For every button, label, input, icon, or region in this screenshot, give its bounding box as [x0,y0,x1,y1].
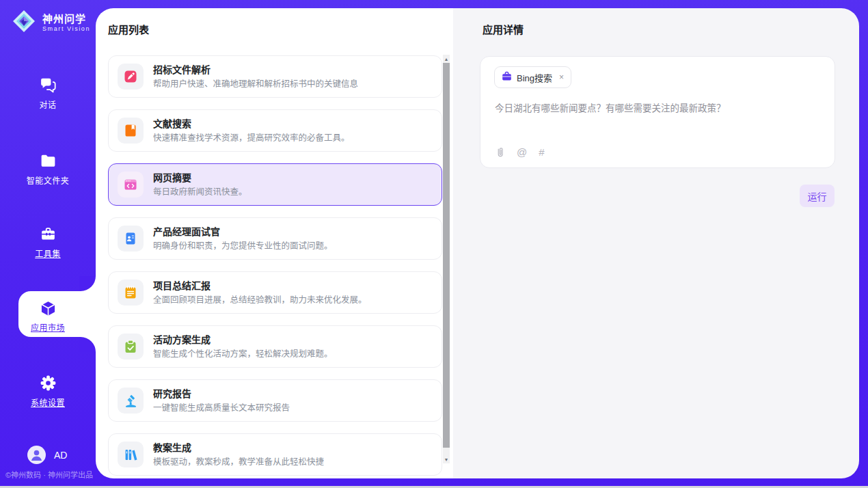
brand-name: 神州问学 [42,13,90,25]
folder-icon [39,152,57,170]
app-card-name: 网页摘要 [153,172,247,184]
app-card-name: 研究报告 [153,388,290,400]
app-list-pane: 应用列表 招标文件解析帮助用户快速、准确地理解和解析招标书中的关键信息文献搜索快… [96,8,453,478]
book-icon [118,118,144,144]
hash-icon[interactable]: # [539,147,544,158]
briefcase-icon [502,71,512,83]
books-icon [118,442,144,467]
app-card-name: 文献搜索 [153,118,350,130]
app-card[interactable]: 产品经理面试官明确身份和职责，为您提供专业性的面试问题。 [108,217,442,260]
app-card[interactable]: 文献搜索快速精准查找学术资源，提高研究效率的必备工具。 [108,109,442,152]
sidebar-item-label: 系统设置 [31,396,65,408]
prompt-card: Bing搜索 × 今日湖北有哪些新闻要点？有哪些需要关注的最新政策？ @# [480,56,835,168]
sidebar: 神州问学 Smart Vision 对话智能文件夹工具集应用市场系统设置 AD … [0,0,96,486]
app-card[interactable]: 项目总结汇报全面回顾项目进展，总结经验教训，助力未来优化发展。 [108,271,442,314]
edit-doc-icon [118,64,144,90]
app-card-desc: 模板驱动，教案秒成，教学准备从此轻松快捷 [153,457,324,467]
run-button[interactable]: 运行 [800,185,835,207]
brand-logo: 神州问学 Smart Vision [11,8,90,37]
user-row[interactable]: AD [27,446,67,464]
prompt-input[interactable]: 今日湖北有哪些新闻要点？有哪些需要关注的最新政策？ [495,102,820,115]
toolbox-icon [39,225,57,243]
sidebar-item-folders[interactable]: 智能文件夹 [0,152,96,186]
avatar[interactable] [27,446,46,464]
app-card-desc: 快速精准查找学术资源，提高研究效率的必备工具。 [153,133,350,144]
mention-icon[interactable]: @ [517,147,527,158]
notepad-icon [118,280,144,306]
prompt-toolbar: @# [495,146,545,158]
app-card[interactable]: 网页摘要每日政府新闻资讯快查。 [108,163,442,206]
tool-tag-bing-search[interactable]: Bing搜索 × [494,66,571,88]
scrollbar[interactable]: ▲ ▼ [443,55,450,463]
sidebar-item-chat[interactable]: 对话 [0,76,96,110]
app-card-name: 教案生成 [153,442,324,454]
sidebar-item-label: 对话 [39,98,56,110]
app-detail-pane: 应用详情 Bing搜索 × 今日湖北有哪些新闻要点？有哪些需要关注的最新政策？ … [453,8,859,478]
app-list-title: 应用列表 [108,22,149,36]
app-card-desc: 智能生成个性化活动方案，轻松解决规划难题。 [153,349,333,360]
app-card[interactable]: 教案生成模板驱动，教案秒成，教学准备从此轻松快捷 [108,433,442,476]
app-detail-title: 应用详情 [483,22,524,36]
app-card-name: 招标文件解析 [153,64,358,76]
app-card-name: 项目总结汇报 [153,280,367,292]
main-panel: 应用列表 招标文件解析帮助用户快速、准确地理解和解析招标书中的关键信息文献搜索快… [96,8,859,478]
sidebar-item-label: 智能文件夹 [27,174,70,186]
app-card-name: 活动方案生成 [153,334,333,346]
app-card-desc: 全面回顾项目进展，总结经验教训，助力未来优化发展。 [153,295,367,306]
app-card-desc: 一键智能生成高质量长文本研究报告 [153,403,290,414]
tool-tag-label: Bing搜索 [517,71,552,84]
sidebar-item-tools[interactable]: 工具集 [0,225,96,259]
attachment-icon[interactable] [495,146,505,158]
app-card[interactable]: 招标文件解析帮助用户快速、准确地理解和解析招标书中的关键信息 [108,55,442,98]
clipboard-check-icon [118,334,144,360]
sidebar-item-label: 应用市场 [31,321,65,333]
user-initials: AD [54,450,67,461]
copyright-text: ©神州数码 · 神州问学出品 [5,469,93,480]
app-card[interactable]: 研究报告一键智能生成高质量长文本研究报告 [108,379,442,422]
bubble-bottom-curve [79,337,96,352]
interview-icon [118,226,144,252]
brand-subtitle: Smart Vision [42,25,90,33]
app-card[interactable]: 活动方案生成智能生成个性化活动方案，轻松解决规划难题。 [108,325,442,368]
chat-icon [39,76,57,94]
app-card-desc: 帮助用户快速、准确地理解和解析招标书中的关键信息 [153,79,358,90]
scroll-down-arrow-icon[interactable]: ▼ [443,455,450,463]
microscope-icon [118,388,144,414]
sidebar-item-market[interactable]: 应用市场 [0,299,96,333]
sidebar-item-settings[interactable]: 系统设置 [0,374,96,408]
sidebar-item-label: 工具集 [35,247,61,259]
web-code-icon [118,172,144,198]
app-card-desc: 明确身份和职责，为您提供专业性的面试问题。 [153,241,333,252]
diamond-logo-icon [11,8,37,37]
gear-icon [39,374,57,392]
bubble-top-curve [79,276,96,291]
app-card-desc: 每日政府新闻资讯快查。 [153,187,247,198]
remove-tag-icon[interactable]: × [559,72,564,82]
cube-icon [39,299,57,317]
app-card-name: 产品经理面试官 [153,226,333,238]
scrollbar-thumb[interactable] [443,63,450,448]
scroll-up-arrow-icon[interactable]: ▲ [443,55,450,63]
